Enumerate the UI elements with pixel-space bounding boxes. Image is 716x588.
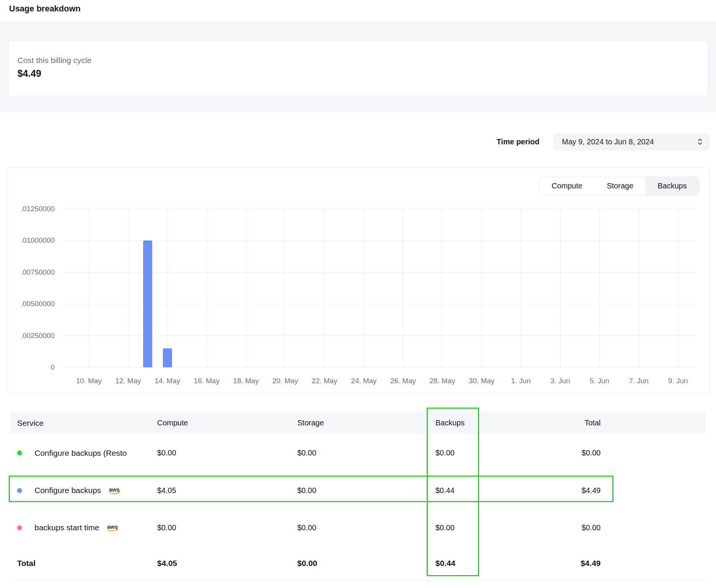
gridline-vertical <box>89 209 89 367</box>
service-dot-1 <box>17 488 22 493</box>
chart-bar <box>143 240 152 367</box>
tab-compute[interactable]: Compute <box>539 177 595 195</box>
y-axis-label: .00750000 <box>7 268 55 277</box>
x-axis-label: 7. Jun <box>620 377 658 385</box>
service-name: Configure backups (Resto <box>35 449 127 458</box>
column-header-backups: Backups <box>435 419 561 427</box>
chart-card: Compute Storage Backups 10. May12. May14… <box>6 167 710 394</box>
chart-plot: 10. May12. May14. May16. May18. May20. M… <box>60 209 696 367</box>
backups-value: $0.00 <box>435 523 561 532</box>
gridline-horizontal <box>60 367 696 368</box>
x-axis-label: 9. Jun <box>659 377 697 385</box>
backups-value: $0.44 <box>435 486 561 495</box>
x-axis-label: 20. May <box>266 377 304 385</box>
total-value: $0.00 <box>561 523 706 532</box>
compute-value: $4.05 <box>157 486 297 495</box>
total-total: $4.49 <box>561 559 706 568</box>
x-axis-label: 12. May <box>109 377 147 385</box>
gridline-vertical <box>325 209 325 367</box>
x-axis-label: 30. May <box>463 377 501 385</box>
gridline-vertical <box>482 209 482 367</box>
table-header-row: Service Compute Storage Backups Total <box>10 412 706 434</box>
storage-total: $0.00 <box>297 559 435 568</box>
gridline-vertical <box>403 209 404 367</box>
total-value: $0.00 <box>561 449 706 457</box>
x-axis-label: 28. May <box>423 377 461 385</box>
x-axis-label: 1. Jun <box>502 377 540 385</box>
y-axis-label: .01000000 <box>7 236 55 245</box>
gridline-vertical <box>285 209 285 367</box>
page-title: Usage breakdown <box>0 0 716 22</box>
table-row: Configure backups aws $4.05 $0.00 $0.44 … <box>10 472 706 509</box>
tab-storage[interactable]: Storage <box>595 177 645 195</box>
x-axis-label: 14. May <box>148 377 186 385</box>
gridline-horizontal <box>60 272 696 273</box>
y-axis-label: .00250000 <box>7 332 55 340</box>
total-value: $4.49 <box>561 486 706 495</box>
time-period-value: May 9, 2024 to Jun 8, 2024 <box>562 138 654 146</box>
time-period-label: Time period <box>497 138 539 146</box>
table-row: backups start time aws $0.00 $0.00 $0.00… <box>10 509 706 546</box>
y-axis-label: 0 <box>7 363 55 371</box>
total-row-label: Total <box>10 559 157 568</box>
gridline-vertical <box>128 209 128 367</box>
x-axis-label: 16. May <box>188 377 226 385</box>
service-name: Configure backups <box>35 486 101 495</box>
billing-cycle-card: Cost this billing cycle $4.49 <box>8 40 708 96</box>
gridline-vertical <box>442 209 443 367</box>
gridline-vertical <box>364 209 364 367</box>
gridline-vertical <box>678 209 678 367</box>
gridline-vertical <box>246 209 246 367</box>
chart-tab-group: Compute Storage Backups <box>539 177 699 195</box>
x-axis-label: 5. Jun <box>580 377 618 385</box>
gridline-horizontal <box>60 240 696 241</box>
gridline-horizontal <box>60 304 696 304</box>
gridline-vertical <box>599 209 600 367</box>
usage-table: Service Compute Storage Backups Total Co… <box>10 412 706 581</box>
gridline-horizontal <box>60 209 696 209</box>
gridline-vertical <box>521 209 521 367</box>
column-header-storage: Storage <box>297 419 435 427</box>
service-dot-2 <box>17 525 22 530</box>
y-axis-label: .01250000 <box>7 205 55 213</box>
time-period-select[interactable]: May 9, 2024 to Jun 8, 2024 <box>553 133 710 150</box>
x-axis-label: 26. May <box>384 377 422 385</box>
x-axis-label: 22. May <box>306 377 344 385</box>
backups-value: $0.00 <box>435 449 561 457</box>
column-header-total: Total <box>561 419 706 427</box>
x-axis-label: 3. Jun <box>541 377 579 385</box>
usage-breakdown-page: Usage breakdown Cost this billing cycle … <box>0 0 716 588</box>
storage-value: $0.00 <box>297 523 435 532</box>
chevron-updown-icon <box>697 138 703 146</box>
service-name: backups start time <box>35 523 99 532</box>
storage-value: $0.00 <box>297 486 435 495</box>
gridline-vertical <box>207 209 207 367</box>
aws-icon: aws <box>109 487 122 496</box>
compute-total: $4.05 <box>157 559 297 568</box>
gridline-vertical <box>560 209 561 367</box>
tab-backups[interactable]: Backups <box>645 177 699 195</box>
gridline-vertical <box>167 209 168 367</box>
billing-cycle-amount: $4.49 <box>17 68 708 79</box>
x-axis-label: 24. May <box>345 377 383 385</box>
chart-bar <box>163 348 172 367</box>
table-row: Configure backups (Resto $0.00 $0.00 $0.… <box>10 434 706 472</box>
backups-total: $0.44 <box>435 559 561 568</box>
billing-cycle-label: Cost this billing cycle <box>17 56 708 65</box>
y-axis-label: .00500000 <box>7 300 55 308</box>
column-header-compute: Compute <box>157 419 297 427</box>
column-header-service: Service <box>10 419 157 428</box>
service-dot-0 <box>17 450 22 455</box>
compute-value: $0.00 <box>157 449 297 457</box>
gridline-vertical <box>639 209 639 367</box>
compute-value: $0.00 <box>157 523 297 532</box>
billing-band: Cost this billing cycle $4.49 <box>0 22 716 112</box>
table-total-row: Total $4.05 $0.00 $0.44 $4.49 <box>10 546 706 580</box>
x-axis-label: 18. May <box>227 377 265 385</box>
aws-icon: aws <box>107 524 120 533</box>
storage-value: $0.00 <box>297 449 435 457</box>
gridline-horizontal <box>60 336 696 336</box>
time-period-row: Time period May 9, 2024 to Jun 8, 2024 <box>0 133 710 150</box>
x-axis-label: 10. May <box>70 377 108 385</box>
